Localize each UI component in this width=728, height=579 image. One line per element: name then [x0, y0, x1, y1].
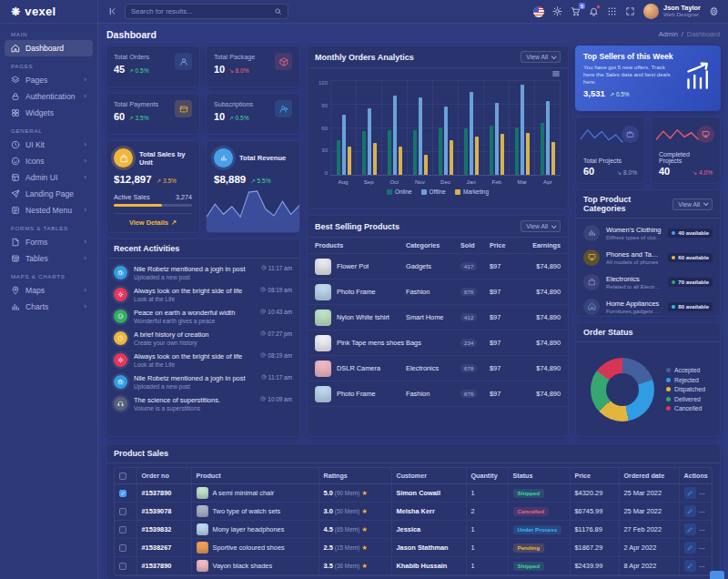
row-checkbox[interactable] [119, 508, 126, 515]
category-home-appliances[interactable]: Home Appliances Furnitures,gadgets etc..… [583, 294, 713, 316]
legend-marketing[interactable]: Marketing [455, 188, 489, 195]
language-flag-button[interactable] [533, 6, 544, 17]
sidebar-item-dashboard[interactable]: Dashboard [5, 40, 93, 56]
activity-item[interactable]: Always look on the bright side of life L… [114, 349, 292, 371]
sidebar-item-ui-kit[interactable]: UI Kit › [5, 137, 93, 153]
sidebar-item-icons[interactable]: Icons › [5, 153, 93, 169]
bar-marketing [551, 142, 555, 175]
chart-menu-icon[interactable] [551, 69, 561, 80]
best-selling-row[interactable]: Nylon White tshirt Smart Home 412 $97 $7… [308, 305, 568, 330]
edit-button[interactable] [684, 560, 696, 572]
sidebar-item-tables[interactable]: Tables › [5, 250, 93, 267]
column-price[interactable]: Price [570, 468, 619, 484]
best-selling-row[interactable]: Photo Frame Fashion 876 $97 $74,890 [308, 381, 568, 407]
activity-item[interactable]: The science of superstitions. Volume is … [114, 392, 292, 414]
category-electronics[interactable]: Electronics Related to all Electronics 7… [583, 269, 713, 294]
product-thumbnail [315, 335, 331, 351]
settings-button[interactable] [709, 6, 719, 16]
edit-button[interactable] [684, 523, 696, 535]
best-selling-row[interactable]: Flower Pot Gadgets 417 $97 $74,890 [308, 254, 568, 279]
best-selling-row[interactable]: Pink Tape mens shoes Bags 234 $97 $74,89… [308, 330, 568, 356]
bar-group-aug[interactable] [330, 80, 356, 175]
activity-item[interactable]: Nile Robetz mentioned a jogh in post Upl… [114, 261, 292, 283]
legend-dispatched[interactable]: Dispatched [666, 386, 705, 392]
column-order-no[interactable]: Order no [136, 468, 191, 484]
product-thumbnail [197, 560, 208, 572]
sidebar-item-landing-page[interactable]: Landing Page [5, 186, 93, 202]
activity-item[interactable]: Nile Robetz mentioned a jogh in post Upl… [114, 371, 292, 392]
best-selling-row[interactable]: Photo Frame Fashion 876 $97 $74,890 [308, 279, 568, 305]
activity-item[interactable]: A brief history of creation Create your … [114, 327, 292, 349]
bar-group-apr[interactable] [534, 80, 561, 175]
analytics-view-all-button[interactable]: View All [521, 51, 561, 63]
row-checkbox[interactable] [119, 563, 126, 570]
edit-button[interactable] [684, 542, 696, 554]
clock-icon [114, 331, 127, 345]
activity-item[interactable]: Peace on earth a wonderful width Wonderf… [114, 305, 292, 327]
sidebar-item-charts[interactable]: Charts › [5, 299, 93, 315]
sidebar-item-pages[interactable]: Pages › [5, 72, 93, 88]
bar-marketing [526, 133, 530, 175]
categories-view-all-button[interactable]: View All [672, 198, 713, 210]
row-checkbox[interactable] [119, 544, 126, 552]
row-checkbox[interactable] [119, 490, 126, 497]
status-badge: Shipped [513, 562, 544, 571]
scroll-top-button[interactable] [710, 571, 724, 579]
bar-group-nov[interactable] [407, 80, 432, 175]
activity-item[interactable]: Always look on the bright side of life L… [114, 283, 292, 305]
legend-rejected[interactable]: Rejected [666, 377, 705, 383]
bar-group-mar[interactable] [509, 80, 534, 175]
row-checkbox[interactable] [119, 526, 126, 533]
smile-icon [114, 310, 127, 323]
bar-online [515, 127, 519, 176]
sidebar-item-maps[interactable]: Maps › [5, 282, 93, 299]
cart-button[interactable]: 5 [571, 6, 581, 16]
best-selling-products-card: Best Selling Products View All Products … [307, 215, 569, 437]
breadcrumb-section[interactable]: Admin [659, 30, 678, 38]
column-ratings[interactable]: Ratings [318, 468, 391, 484]
bar-group-jan[interactable] [458, 80, 483, 175]
best-selling-row[interactable]: DSLR Camera Electronics 678 $97 $74,890 [308, 356, 568, 381]
sidebar-item-widgets[interactable]: Widgets [5, 105, 93, 121]
chevron-right-icon: › [84, 157, 86, 165]
column-customer[interactable]: Customer [391, 468, 466, 484]
trend-up: ↗ 0.5% [128, 67, 148, 75]
user-menu[interactable]: Json Taylor Web Designer [643, 4, 701, 19]
column-ordered-date[interactable]: Ordered date [619, 468, 679, 484]
sidebar-item-admin-ui[interactable]: Admin UI › [5, 169, 93, 186]
category-women-s-clothing[interactable]: Women's Clothing Diffrent types of cloth… [583, 220, 713, 245]
fullscreen-button[interactable] [625, 6, 635, 16]
column-product[interactable]: Product [191, 468, 318, 484]
app-logo[interactable]: ❋ vexel [0, 0, 97, 24]
edit-button[interactable] [684, 487, 696, 499]
sidebar-item-authentication[interactable]: Authentication › [5, 88, 93, 105]
projects-cards: Total Projects 60 ↘ 8.0% Completed Proje… [575, 117, 721, 184]
bar-online [413, 130, 417, 175]
column-status[interactable]: Status [508, 468, 570, 484]
bar-group-feb[interactable] [483, 80, 509, 175]
notifications-button[interactable] [589, 6, 599, 16]
search-input[interactable] [131, 7, 270, 15]
select-all-checkbox[interactable] [119, 472, 126, 480]
bar-group-sep[interactable] [356, 80, 381, 175]
sidebar-section-label: Pages [11, 63, 86, 69]
column-quantity[interactable]: Quantity [466, 468, 508, 484]
legend-online[interactable]: Online [387, 188, 411, 195]
category-phones-and-tablets[interactable]: Phones and Tablets All models of phones … [583, 245, 713, 269]
sidebar-item-forms[interactable]: Forms › [5, 234, 93, 250]
card-completed-projects: Completed Projects 40 ↘ 4.0% [651, 117, 721, 184]
legend-cancelled[interactable]: Cancelled [666, 405, 705, 411]
theme-toggle-button[interactable] [552, 6, 562, 16]
bar-group-dec[interactable] [432, 80, 458, 175]
edit-button[interactable] [684, 505, 696, 517]
bar-group-oct[interactable] [381, 80, 407, 175]
sidebar-item-nested-menu[interactable]: Nested Menu › [5, 202, 93, 218]
legend-delivered[interactable]: Delivered [666, 396, 705, 402]
legend-offline[interactable]: Offline [421, 188, 446, 195]
column-actions[interactable]: Actions [679, 468, 713, 484]
apps-grid-button[interactable] [607, 6, 617, 16]
view-details-link[interactable]: View Details↗ [114, 213, 192, 227]
best-selling-view-all-button[interactable]: View All [521, 220, 561, 232]
sidebar-collapse-button[interactable] [107, 6, 117, 16]
legend-accepted[interactable]: Accepted [666, 367, 705, 373]
